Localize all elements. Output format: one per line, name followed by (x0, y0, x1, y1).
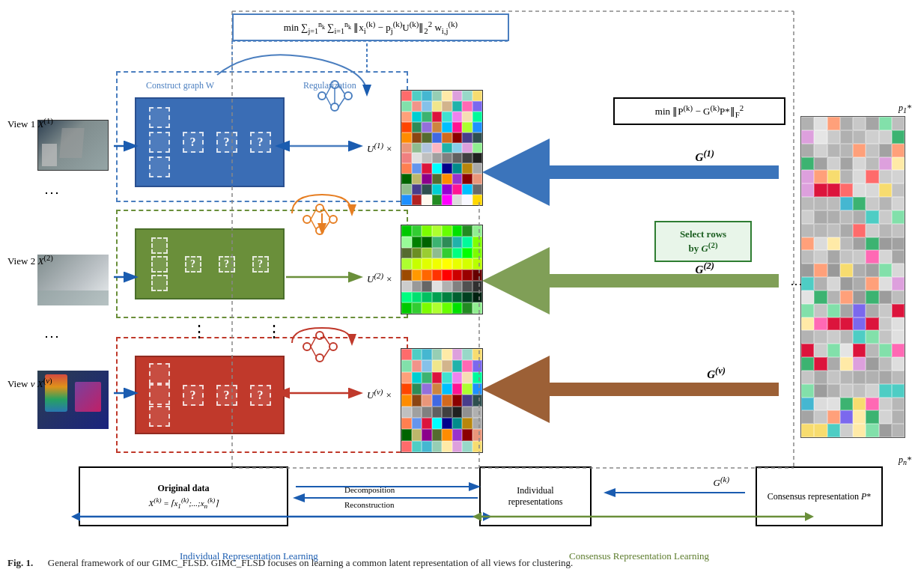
nn-block-viewv: ? ? ? (135, 356, 285, 434)
svg-point-24 (318, 92, 326, 100)
nn-col-2: ? (183, 105, 204, 180)
nn-col-2: ? (185, 236, 201, 292)
matrix2 (401, 225, 483, 314)
nn-cell (149, 107, 170, 128)
nn-cell: ? (183, 385, 204, 406)
nn-cell: ? (252, 256, 269, 273)
g1-label: G(1) (696, 148, 714, 164)
svg-line-46 (311, 347, 316, 356)
decomposition-label: Decomposition (344, 485, 395, 494)
svg-line-30 (338, 85, 344, 94)
svg-point-27 (344, 92, 352, 100)
caption-text: General framework of our GIMC_FLSD. GIMC… (48, 557, 573, 568)
nn-col-4: ? (250, 105, 271, 180)
svg-point-34 (316, 204, 323, 212)
nn-col-1 (149, 105, 170, 180)
nn-cell (149, 156, 170, 177)
u1-label: U(1) × (367, 141, 392, 155)
svg-point-42 (316, 332, 323, 339)
nn-cell (151, 237, 168, 254)
nn-block-view1: ? ? ? (135, 97, 285, 187)
nn-col-3: ? (216, 105, 237, 180)
view1-label: View 1 X(1) (7, 116, 53, 130)
individual-rep-text: Individualrepresentations (508, 485, 563, 508)
g2-label: G(2) (696, 261, 714, 276)
nn-cell: ? (216, 132, 237, 153)
nn-cell: ? (185, 256, 201, 273)
svg-point-25 (331, 81, 338, 88)
nn-col-3: ? (219, 236, 235, 292)
nn-cell: ? (219, 256, 235, 273)
svg-line-31 (338, 98, 344, 107)
matrix-dots: ⋮ (789, 279, 803, 290)
svg-point-44 (329, 343, 337, 350)
formula-top-text: min ∑j=1nk ∑i=1nk ‖xi(k) − pj(k)U(k)‖22 … (284, 22, 458, 33)
view2-label: View 2 X(2) (7, 253, 53, 267)
formula-right-text: min ‖P(k) − G(k)P*‖F2 (655, 106, 744, 117)
pn-label: pn* (899, 454, 911, 466)
graph-icon-viewv (300, 328, 341, 370)
svg-point-26 (331, 103, 338, 111)
nn-col-1 (151, 236, 168, 292)
nn-col-4: ? (250, 363, 271, 427)
svg-line-29 (326, 96, 331, 106)
original-data-box: Original data X(k) = ⌈x1(k);...;xn(k)⌉ (79, 466, 288, 526)
consensus-learning-label: Consensus Representation Learning (569, 550, 709, 562)
right-matrix-p-star: p1* pn* ⋮ (800, 116, 905, 453)
svg-line-40 (323, 222, 329, 231)
reconstruction-label: Reconstruction (344, 500, 395, 509)
nn-col-2: ? (183, 363, 204, 427)
svg-line-28 (326, 86, 331, 96)
dots-views: ⋮ (43, 186, 61, 204)
nn-cell (149, 384, 170, 405)
select-rows-text: Select rowsby G(2) (680, 228, 726, 254)
svg-line-47 (323, 335, 329, 344)
nn-cell (151, 275, 168, 291)
formula-top: min ∑j=1nk ∑i=1nk ‖xi(k) − pj(k)U(k)‖22 … (232, 13, 509, 41)
dots-views2: ⋮ (43, 329, 61, 347)
original-data-label: Original data (157, 483, 209, 494)
nn-cell: ? (216, 385, 237, 406)
dots-mid2: ⋮ (266, 322, 282, 341)
nn-cell: ? (250, 385, 271, 406)
svg-point-35 (316, 227, 323, 234)
nn-col-1 (149, 363, 170, 427)
svg-point-33 (303, 216, 311, 223)
viewv-label: View v X(v) (7, 376, 52, 390)
nn-col-3: ? (216, 363, 237, 427)
main-container: min ∑j=1nk ∑i=1nk ‖xi(k) − pj(k)U(k)‖22 … (0, 0, 924, 575)
nn-col-4: ? (252, 236, 269, 292)
svg-line-45 (311, 337, 316, 347)
svg-line-48 (323, 349, 329, 358)
p1-label: p1* (899, 103, 911, 115)
nn-cell: ? (183, 132, 204, 153)
svg-point-36 (329, 216, 337, 223)
svg-point-41 (303, 343, 311, 350)
svg-point-43 (316, 354, 323, 362)
svg-line-38 (311, 219, 316, 229)
dots-mid: ⋮ (191, 322, 207, 341)
nn-cell (149, 406, 170, 427)
individual-rep-box: Individualrepresentations (479, 466, 592, 526)
graph-icon-view2 (300, 201, 341, 243)
consensus-rep-box: Consensus representation P* (756, 466, 883, 526)
nn-cell (149, 132, 170, 153)
original-data-formula: X(k) = ⌈x1(k);...;xn(k)⌉ (149, 496, 219, 510)
matrixv (401, 348, 483, 453)
formula-right: min ‖P(k) − G(k)P*‖F2 (613, 97, 785, 125)
svg-line-37 (311, 210, 316, 219)
gv-label: G(v) (707, 365, 726, 381)
graph-icon-view1 (314, 77, 356, 119)
nn-cell (151, 256, 168, 273)
nn-cell: ? (250, 132, 271, 153)
figure-caption: Fig. 1. General framework of our GIMC_FL… (7, 557, 573, 569)
nn-cell (149, 363, 170, 384)
gk-label: G(k) (714, 475, 729, 489)
consensus-rep-text: Consensus representation P* (768, 491, 872, 502)
svg-line-39 (323, 208, 329, 217)
u2-label: U(2) × (367, 271, 392, 285)
matrix1 (401, 90, 483, 206)
select-rows-box: Select rowsby G(2) (654, 221, 752, 262)
uv-label: U(v) × (367, 387, 392, 401)
nn-block-view2: ? ? ? (135, 228, 285, 299)
